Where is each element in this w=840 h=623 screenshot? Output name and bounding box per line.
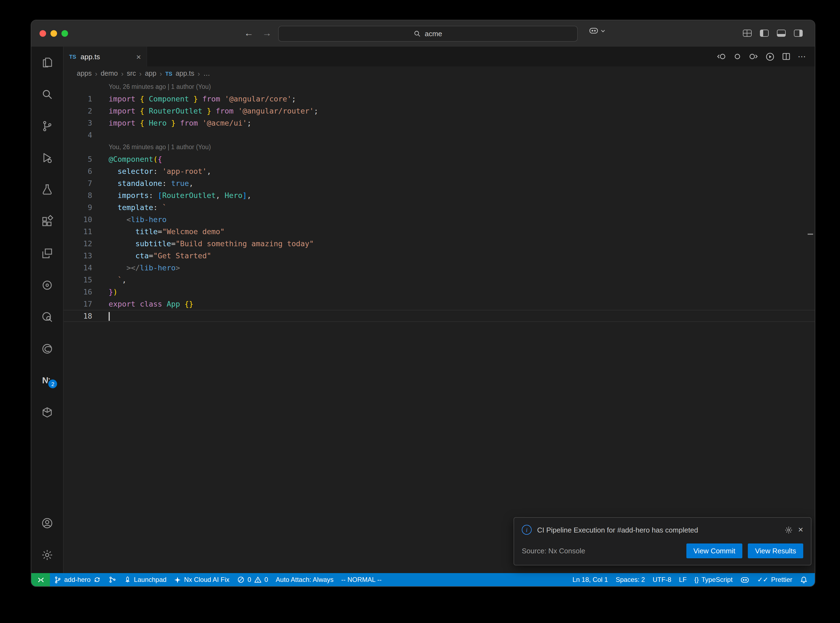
- code-row[interactable]: 15 `,: [64, 274, 815, 286]
- status-language[interactable]: {} TypeScript: [691, 573, 736, 586]
- search-sidebar-icon[interactable]: [31, 78, 63, 110]
- code-row[interactable]: 5@Component({: [64, 153, 815, 165]
- code-row[interactable]: 9 template: `: [64, 201, 815, 213]
- containers-icon[interactable]: [31, 396, 63, 428]
- sparkle-icon: [174, 576, 181, 583]
- breadcrumb-item[interactable]: src: [127, 70, 136, 77]
- status-prettier[interactable]: ✓✓ Prettier: [753, 573, 796, 586]
- status-copilot[interactable]: [736, 573, 753, 586]
- code-editor[interactable]: You, 26 minutes ago | 1 author (You)1imp…: [64, 81, 815, 573]
- gitlens-inspect-icon[interactable]: [31, 301, 63, 333]
- status-commit-graph[interactable]: [105, 573, 120, 586]
- breadcrumb-item[interactable]: demo: [101, 70, 118, 77]
- code-row[interactable]: 4: [64, 129, 815, 141]
- blame-row[interactable]: You, 26 minutes ago | 1 author (You): [64, 141, 815, 153]
- overview-ruler-mark: [808, 234, 813, 235]
- copilot-menu-button[interactable]: [589, 27, 605, 35]
- history-nav: ← →: [244, 20, 272, 47]
- zoom-window-button[interactable]: [61, 30, 68, 37]
- code-row[interactable]: 6 selector: 'app-root',: [64, 165, 815, 177]
- tab-app-ts[interactable]: TS app.ts ×: [64, 47, 147, 66]
- toggle-primary-sidebar-icon[interactable]: [760, 30, 769, 37]
- run-file-icon[interactable]: [765, 52, 775, 61]
- close-window-button[interactable]: [40, 30, 46, 37]
- forward-icon[interactable]: →: [262, 28, 272, 39]
- code-row[interactable]: 7 standalone: true,: [64, 177, 815, 189]
- code-line: import { Component } from '@angular/core…: [109, 93, 296, 105]
- minimize-window-button[interactable]: [51, 30, 57, 37]
- line-number: 17: [64, 298, 92, 310]
- status-auto-attach[interactable]: Auto Attach: Always: [272, 573, 338, 586]
- next-change-icon[interactable]: [749, 52, 758, 61]
- status-branch[interactable]: add-hero: [50, 573, 105, 586]
- status-indentation[interactable]: Spaces: 2: [612, 573, 649, 586]
- prettier-label: Prettier: [771, 576, 792, 583]
- code-row[interactable]: 1import { Component } from '@angular/cor…: [64, 93, 815, 105]
- view-results-button[interactable]: View Results: [748, 543, 803, 558]
- code-token: =: [171, 239, 175, 248]
- status-launchpad[interactable]: Launchpad: [120, 573, 170, 586]
- status-cursor-position[interactable]: Ln 18, Col 1: [569, 573, 612, 586]
- code-row[interactable]: 12 subtitle="Build something amazing tod…: [64, 238, 815, 250]
- breadcrumb-item[interactable]: app: [145, 70, 157, 77]
- code-row[interactable]: 13 cta="Get Started": [64, 250, 815, 262]
- code-token: ): [113, 287, 117, 296]
- editor-group: TS app.ts × ⋯ apps ›: [64, 47, 815, 573]
- blame-row[interactable]: You, 26 minutes ago | 1 author (You): [64, 81, 815, 93]
- nx-console-icon[interactable]: N 2: [31, 365, 63, 396]
- code-row[interactable]: 17export class App {}: [64, 298, 815, 310]
- compare-change-icon[interactable]: [733, 52, 742, 61]
- line-number: 5: [64, 153, 92, 165]
- status-problems[interactable]: 0 0: [233, 573, 272, 586]
- code-line: selector: 'app-root',: [109, 165, 211, 177]
- breadcrumb-file[interactable]: app.ts: [175, 70, 194, 77]
- status-eol[interactable]: LF: [675, 573, 691, 586]
- breadcrumb-more[interactable]: …: [203, 70, 210, 77]
- line-number: 2: [64, 105, 92, 117]
- line-number: 9: [64, 201, 92, 213]
- code-token: ,: [122, 275, 126, 284]
- toggle-panel-icon[interactable]: [777, 30, 786, 37]
- more-actions-icon[interactable]: ⋯: [798, 52, 806, 61]
- previous-change-icon[interactable]: [717, 52, 726, 61]
- notification-settings-gear-icon[interactable]: [784, 526, 792, 534]
- line-number: 6: [64, 165, 92, 177]
- remote-windows-icon[interactable]: [31, 238, 63, 269]
- edge-devtools-icon[interactable]: [31, 333, 63, 365]
- explorer-icon[interactable]: [31, 47, 63, 78]
- back-icon[interactable]: ←: [244, 28, 253, 39]
- code-row[interactable]: 18: [64, 310, 815, 322]
- code-line: [109, 310, 109, 322]
- remote-indicator[interactable]: [31, 573, 50, 586]
- code-row[interactable]: 10 <lib-hero: [64, 213, 815, 226]
- code-row[interactable]: 8 imports: [RouterOutlet, Hero],: [64, 189, 815, 201]
- tab-close-icon[interactable]: ×: [136, 52, 141, 61]
- status-encoding[interactable]: UTF-8: [649, 573, 675, 586]
- status-nx-cloud-fix[interactable]: Nx Cloud AI Fix: [170, 573, 233, 586]
- customize-layout-icon[interactable]: [743, 30, 752, 37]
- view-commit-button[interactable]: View Commit: [686, 543, 743, 558]
- screen: ← → acme: [0, 0, 840, 623]
- code-row[interactable]: 3import { Hero } from '@acme/ui';: [64, 117, 815, 129]
- source-control-icon[interactable]: [31, 110, 63, 142]
- account-icon[interactable]: [31, 507, 63, 539]
- split-editor-icon[interactable]: [782, 52, 791, 61]
- status-notifications[interactable]: [796, 573, 811, 586]
- command-center-search[interactable]: acme: [278, 26, 578, 42]
- code-row[interactable]: 11 title="Welcmoe demo": [64, 226, 815, 238]
- testing-icon[interactable]: [31, 174, 63, 206]
- line-number: 7: [64, 177, 92, 189]
- code-token: true: [171, 179, 189, 187]
- breadcrumb-item[interactable]: apps: [77, 70, 92, 77]
- code-row[interactable]: 14 ></lib-hero>: [64, 262, 815, 274]
- extensions-icon[interactable]: [31, 206, 63, 238]
- code-row[interactable]: 16}): [64, 286, 815, 298]
- toggle-secondary-sidebar-icon[interactable]: [794, 30, 803, 37]
- code-row[interactable]: 2import { RouterOutlet } from '@angular/…: [64, 105, 815, 117]
- settings-gear-icon[interactable]: [31, 539, 63, 571]
- run-debug-icon[interactable]: [31, 142, 63, 174]
- gitlens-icon[interactable]: [31, 269, 63, 301]
- code-token: [211, 106, 216, 115]
- notification-close-icon[interactable]: ×: [798, 525, 803, 535]
- status-vim-mode[interactable]: -- NORMAL --: [338, 573, 385, 586]
